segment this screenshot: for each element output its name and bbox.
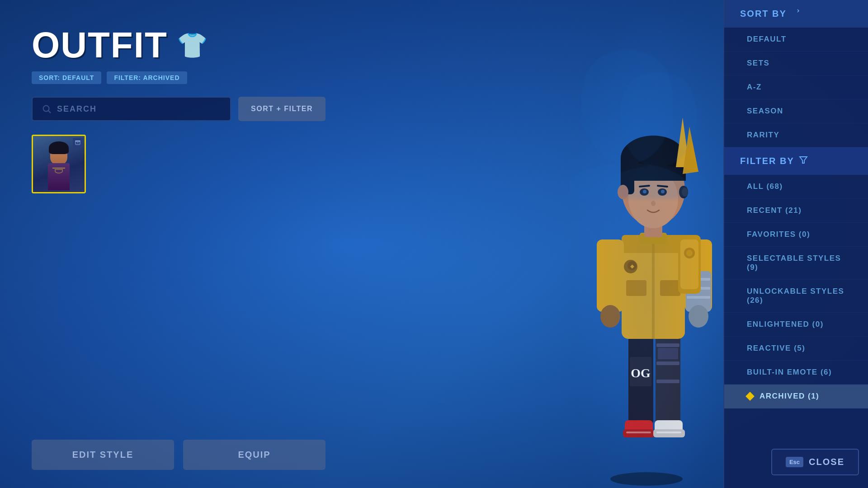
main-content-area: OUTFIT 👕 SORT: DEFAULT FILTER: ARCHIVED … xyxy=(0,0,353,488)
search-filter-row: SEARCH SORT + FILTER xyxy=(32,97,326,121)
page-title: OUTFIT xyxy=(32,27,168,63)
filter-item-favorites[interactable]: FAVORITES (0) xyxy=(724,223,868,247)
esc-badge: Esc xyxy=(786,457,803,467)
sort-by-header: SORT BY xyxy=(724,0,868,28)
sort-tag[interactable]: SORT: DEFAULT xyxy=(32,71,101,84)
outfit-icon: 👕 xyxy=(177,31,208,60)
archive-badge xyxy=(73,138,83,148)
sort-filter-panel: SORT BY DEFAULT SETS A-Z SEASON RARITY F… xyxy=(723,0,868,488)
search-icon xyxy=(42,104,52,114)
outfit-grid xyxy=(32,135,326,431)
svg-point-5 xyxy=(610,472,683,486)
svg-rect-24 xyxy=(660,280,680,296)
svg-point-0 xyxy=(43,106,49,112)
outfit-card-inner xyxy=(33,136,85,192)
svg-point-36 xyxy=(689,305,708,328)
svg-rect-19 xyxy=(656,432,681,433)
svg-rect-29 xyxy=(597,239,624,312)
sort-item-default[interactable]: DEFAULT xyxy=(724,28,868,52)
svg-point-56 xyxy=(686,250,693,256)
svg-rect-11 xyxy=(658,348,678,359)
svg-rect-22 xyxy=(652,235,655,339)
filter-item-archived-label: ARCHIVED (1) xyxy=(760,392,819,401)
sort-item-rarity[interactable]: RARITY xyxy=(724,123,868,147)
filter-item-recent[interactable]: RECENT (21) xyxy=(724,199,868,223)
sort-icon xyxy=(791,8,800,19)
filter-item-unlockable[interactable]: UNLOCKABLE STYLES (26) xyxy=(724,280,868,313)
svg-rect-35 xyxy=(687,296,710,299)
search-placeholder: SEARCH xyxy=(57,104,97,114)
sort-item-az[interactable]: A-Z xyxy=(724,75,868,99)
filter-item-reactive[interactable]: REACTIVE (5) xyxy=(724,337,868,361)
filter-item-archived[interactable]: ARCHIVED (1) xyxy=(724,385,868,408)
svg-rect-8 xyxy=(656,343,679,347)
close-button[interactable]: Esc CLOSE xyxy=(771,449,859,475)
sort-filter-button[interactable]: SORT + FILTER xyxy=(238,97,326,121)
close-label: CLOSE xyxy=(809,457,844,467)
character-display-area: OG ◆ xyxy=(570,0,723,488)
sort-item-season[interactable]: SEASON xyxy=(724,99,868,123)
filter-item-selectable[interactable]: SELECTABLE STYLES (9) xyxy=(724,247,868,280)
filter-tags-row: SORT: DEFAULT FILTER: ARCHIVED xyxy=(32,71,326,84)
search-box[interactable]: SEARCH xyxy=(32,97,231,121)
bottom-buttons: EDIT STYLE EQUIP xyxy=(32,440,326,470)
bg-char-2: 👤 xyxy=(588,68,723,201)
filter-item-enlightened[interactable]: ENLIGHTENED (0) xyxy=(724,313,868,337)
svg-point-30 xyxy=(600,305,620,328)
equip-button[interactable]: EQUIP xyxy=(183,440,326,470)
filter-item-all[interactable]: ALL (68) xyxy=(724,175,868,199)
filter-by-label: FILTER BY xyxy=(740,156,794,166)
svg-text:OG: OG xyxy=(631,366,651,380)
filter-item-builtin-emote[interactable]: BUILT-IN EMOTE (6) xyxy=(724,361,868,385)
svg-rect-16 xyxy=(626,432,651,433)
sort-item-sets[interactable]: SETS xyxy=(724,52,868,75)
title-row: OUTFIT 👕 xyxy=(32,27,326,63)
sort-by-label: SORT BY xyxy=(740,9,787,19)
filter-by-header: FILTER BY xyxy=(724,147,868,175)
svg-line-1 xyxy=(48,111,51,113)
svg-rect-23 xyxy=(626,280,646,296)
outfit-card[interactable] xyxy=(32,135,86,193)
svg-rect-54 xyxy=(680,239,698,289)
svg-rect-9 xyxy=(656,361,679,365)
edit-style-button[interactable]: EDIT STYLE xyxy=(32,440,174,470)
filter-icon xyxy=(799,155,808,167)
svg-text:◆: ◆ xyxy=(630,263,634,269)
svg-rect-10 xyxy=(656,380,679,383)
filter-tag[interactable]: FILTER: ARCHIVED xyxy=(107,71,187,84)
svg-marker-59 xyxy=(800,157,807,163)
archived-diamond-icon xyxy=(745,392,755,401)
